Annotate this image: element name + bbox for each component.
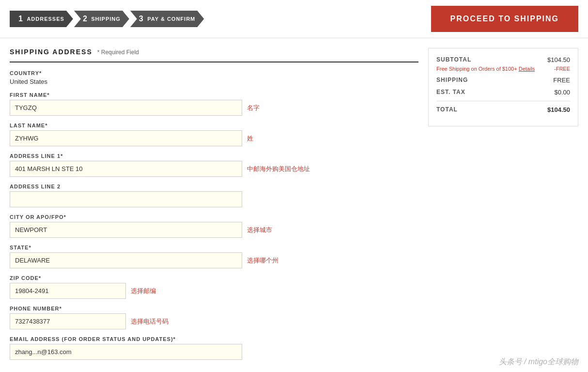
address1-input[interactable] [10,161,242,177]
step-1-label: ADDRESSES [27,16,64,22]
phone-label: PHONE NUMBER* [10,306,418,311]
city-field-group: CITY OR APO/FPO* 选择城市 [10,214,418,238]
city-input[interactable] [10,222,242,238]
phone-input-wrapper: 选择电话号码 [10,313,418,329]
step-1-number: 1 [18,15,23,23]
last-name-field-group: LAST NAME* 姓 [10,123,418,146]
last-name-input[interactable] [10,130,242,146]
city-label: CITY OR APO/FPO* [10,214,418,220]
last-name-label: LAST NAME* [10,123,418,128]
total-value: $104.50 [547,106,570,113]
checkout-steps: 1 ADDRESSES 2 SHIPPING 3 PAY & CONFIRM [10,11,205,27]
subtotal-label: SUBTOTAL [436,56,471,63]
country-value: United States [10,78,47,85]
proceed-to-shipping-button[interactable]: PROCEED TO SHIPPING [431,6,578,32]
free-shipping-note: Free Shipping on Orders of $100+ Details… [436,65,570,73]
step-2-label: SHIPPING [91,16,121,22]
section-header: SHIPPING ADDRESS * Required Field [10,48,418,62]
address1-field-group: ADDRESS LINE 1* 中邮海外购美国仓地址 [10,153,418,177]
address1-label: ADDRESS LINE 1* [10,153,418,159]
address2-label: ADDRESS LINE 2 [10,184,418,189]
email-label: EMAIL ADDRESS (FOR ORDER STATUS AND UPDA… [10,336,418,342]
first-name-field-group: FIRST NAME* 名字 [10,92,418,116]
first-name-input[interactable] [10,100,242,116]
step-3-label: PAY & CONFIRM [147,16,195,22]
tax-label: EST. TAX [436,89,465,96]
first-name-annotation: 名字 [247,104,260,112]
country-label: COUNTRY* [10,70,418,76]
phone-field-group: PHONE NUMBER* 选择电话号码 [10,306,418,329]
free-shipping-details-link[interactable]: Details [519,66,535,72]
first-name-input-wrapper: 名字 [10,100,418,116]
last-name-annotation: 姓 [247,134,253,143]
tax-value: $0.00 [554,89,570,96]
step-2-shipping[interactable]: 2 SHIPPING [74,11,129,27]
address1-annotation: 中邮海外购美国仓地址 [247,165,310,173]
zip-field-group: ZIP CODE* 选择邮编 [10,275,418,299]
email-field-group: EMAIL ADDRESS (FOR ORDER STATUS AND UPDA… [10,336,418,360]
free-shipping-text: Free Shipping on Orders of $100+ [436,66,517,72]
required-note: * Required Field [97,49,139,56]
free-shipping-discount: -FREE [554,65,570,73]
phone-annotation: 选择电话号码 [131,317,169,326]
tax-row: EST. TAX $0.00 [436,89,570,96]
zip-annotation: 选择邮编 [131,287,156,295]
city-input-wrapper: 选择城市 [10,222,418,238]
phone-input[interactable] [10,313,126,329]
step-2-number: 2 [83,15,87,23]
address2-field-group: ADDRESS LINE 2 [10,184,418,207]
state-input-wrapper: 选择哪个州 [10,252,418,268]
step-3-pay-confirm[interactable]: 3 PAY & CONFIRM [130,11,204,27]
country-field-group: COUNTRY* United States [10,70,418,85]
header: 1 ADDRESSES 2 SHIPPING 3 PAY & CONFIRM P… [0,0,588,38]
first-name-label: FIRST NAME* [10,92,418,98]
city-annotation: 选择城市 [247,226,272,234]
subtotal-value: $104.50 [547,56,570,63]
zip-label: ZIP CODE* [10,275,418,281]
shipping-label: SHIPPING [436,77,468,84]
address1-input-wrapper: 中邮海外购美国仓地址 [10,161,418,177]
section-title: SHIPPING ADDRESS [10,48,93,56]
state-annotation: 选择哪个州 [247,256,279,265]
zip-input[interactable] [10,283,126,299]
main-content: SHIPPING ADDRESS * Required Field COUNTR… [0,38,588,372]
step-3-number: 3 [139,15,143,23]
shipping-address-form: SHIPPING ADDRESS * Required Field COUNTR… [10,48,418,367]
total-label: TOTAL [436,106,458,113]
state-input[interactable] [10,252,242,268]
state-field-group: STATE* 选择哪个州 [10,245,418,268]
state-label: STATE* [10,245,418,250]
subtotal-row: SUBTOTAL $104.50 [436,56,570,63]
zip-input-wrapper: 选择邮编 [10,283,418,299]
address2-input[interactable] [10,191,242,207]
email-input[interactable] [10,344,242,360]
last-name-input-wrapper: 姓 [10,130,418,146]
shipping-value: FREE [553,77,570,84]
shipping-row: SHIPPING FREE [436,77,570,84]
total-row: TOTAL $104.50 [436,101,570,113]
order-summary: SUBTOTAL $104.50 Free Shipping on Orders… [428,48,578,126]
step-1-addresses[interactable]: 1 ADDRESSES [10,11,73,27]
